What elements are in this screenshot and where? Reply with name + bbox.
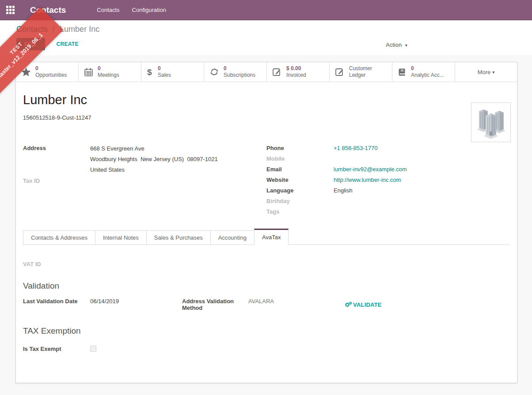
apps-menu-button[interactable] xyxy=(0,0,20,20)
content-area: 0 Opportunities xyxy=(0,55,532,395)
stat-button-opportunities[interactable]: 0 Opportunities xyxy=(16,62,79,82)
dollar-icon: $ xyxy=(147,68,153,77)
stat-value: 0 xyxy=(158,65,171,72)
field-value-address-validation-method: AVALARA xyxy=(248,297,274,311)
form-sheet: 0 Opportunities xyxy=(15,62,517,383)
field-label-address-validation-method: Address Validation Method xyxy=(182,297,248,311)
address-line-3: United States xyxy=(90,166,218,177)
calendar-icon xyxy=(84,68,93,76)
validation-section-title: Validation xyxy=(23,281,510,291)
phone-link[interactable]: +1 856-853-1770 xyxy=(334,145,377,151)
stat-value: 0 xyxy=(224,65,255,72)
field-label-vat-id: VAT ID xyxy=(23,260,90,267)
nav-menu-contacts[interactable]: Contacts xyxy=(91,0,125,20)
control-panel: Contacts / Lumber Inc EDIT CREATE Action… xyxy=(0,20,532,55)
stat-button-sales[interactable]: $ 0 Sales xyxy=(141,62,204,82)
action-menu[interactable]: Action ▾ xyxy=(386,41,407,48)
field-label-email: Email xyxy=(266,165,334,173)
field-last-validation-date: Last Validation Date 06/14/2019 xyxy=(23,297,182,311)
tab-contacts-addresses[interactable]: Contacts & Addresses xyxy=(23,230,95,245)
tab-internal-notes[interactable]: Internal Notes xyxy=(95,230,147,245)
fields-left-column: Address 668 S Evergreen Ave Woodbury Hei… xyxy=(23,144,266,218)
tab-avatax[interactable]: AvaTax xyxy=(254,229,289,245)
chevron-down-icon: ▾ xyxy=(405,43,407,48)
notebook-tabs: Contacts & Addresses Internal Notes Sale… xyxy=(23,230,510,245)
field-value-last-validation-date: 06/14/2019 xyxy=(90,297,119,311)
field-tax-id: Tax ID xyxy=(23,177,266,187)
field-label-is-tax-exempt: Is Tax Exempt xyxy=(23,345,90,352)
stat-label: Invoiced xyxy=(286,72,306,79)
detail-fields: Address 668 S Evergreen Ave Woodbury Hei… xyxy=(23,144,510,218)
field-phone: Phone +1 856-853-1770 xyxy=(266,144,510,154)
tab-sales-purchases[interactable]: Sales & Purchases xyxy=(146,230,211,245)
field-label-birthday: Birthday xyxy=(266,197,334,204)
field-mobile: Mobile xyxy=(266,154,510,165)
breadcrumb: Contacts / Lumber Inc xyxy=(16,25,532,34)
stat-button-customer-ledger[interactable]: Customer Ledger xyxy=(330,62,392,82)
apps-grid-icon xyxy=(6,6,15,14)
edit-note-icon xyxy=(273,68,281,76)
website-link[interactable]: http://www.lumber-inc.com xyxy=(334,177,401,183)
field-language: Language English xyxy=(266,186,510,197)
chevron-down-icon: ▾ xyxy=(492,70,494,75)
stat-label: Sales xyxy=(158,72,171,79)
email-link[interactable]: lumber-inv92@example.com xyxy=(334,166,407,173)
fields-right-column: Phone +1 856-853-1770 Mobile Email lumbe… xyxy=(266,144,510,218)
page: Contacts Contacts Configuration Contacts… xyxy=(0,0,532,395)
field-website: Website http://www.lumber-inc.com xyxy=(266,176,510,186)
stat-value: $ 0.00 xyxy=(286,65,306,72)
field-label-website: Website xyxy=(266,176,334,183)
edit-note-icon xyxy=(335,68,344,76)
field-label-language: Language xyxy=(266,186,334,194)
field-address: Address 668 S Evergreen Ave Woodbury Hei… xyxy=(23,144,266,177)
breadcrumb-separator: / xyxy=(53,25,55,34)
stat-button-subscriptions[interactable]: 0 Subscriptions xyxy=(204,62,267,82)
breadcrumb-current: Lumber Inc xyxy=(60,25,99,34)
buildings-image xyxy=(473,104,509,140)
stat-button-analytic-accounts[interactable]: 0 Analytic Acc... xyxy=(392,62,455,82)
avatax-tab-content: VAT ID Validation Last Validation Date 0… xyxy=(23,245,510,355)
nav-menu-configuration[interactable]: Configuration xyxy=(126,0,172,20)
stat-button-invoiced[interactable]: $ 0.00 Invoiced xyxy=(267,62,330,82)
is-tax-exempt-checkbox[interactable] xyxy=(90,346,96,352)
svg-text:$: $ xyxy=(147,68,152,77)
field-label-mobile: Mobile xyxy=(266,154,334,162)
gears-icon xyxy=(345,301,352,308)
create-button[interactable]: CREATE xyxy=(57,41,79,47)
stat-label: Analytic Acc... xyxy=(411,72,444,79)
field-label-last-validation-date: Last Validation Date xyxy=(23,297,90,311)
field-is-tax-exempt: Is Tax Exempt xyxy=(23,345,510,355)
book-icon xyxy=(398,68,406,76)
field-tags: Tags xyxy=(266,207,510,218)
stat-button-row: 0 Opportunities xyxy=(16,62,517,82)
record-reference: 1560512518-9-Cust-11247 xyxy=(23,114,510,121)
field-label-phone: Phone xyxy=(266,144,334,151)
stat-button-meetings[interactable]: 0 Meetings xyxy=(79,62,141,82)
address-line-2: Woodbury Heights New Jersey (US) 08097-1… xyxy=(90,155,218,166)
validate-button[interactable]: VALIDATE xyxy=(345,298,382,311)
stat-label: Opportunities xyxy=(35,72,67,79)
breadcrumb-contacts-link[interactable]: Contacts xyxy=(16,25,48,34)
validate-button-label: VALIDATE xyxy=(353,301,382,308)
record-title: Lumber Inc xyxy=(23,93,510,107)
star-icon xyxy=(22,68,30,76)
edit-button[interactable]: EDIT xyxy=(16,38,45,50)
stat-value: 0 xyxy=(98,65,119,72)
field-label-tax-id: Tax ID xyxy=(23,177,90,184)
stat-label: Subscriptions xyxy=(224,72,255,79)
more-button-label: More xyxy=(478,69,491,75)
field-birthday: Birthday xyxy=(266,197,510,207)
field-vat-id: VAT ID xyxy=(23,260,510,268)
app-title: Contacts xyxy=(30,5,66,15)
validation-fields: Last Validation Date 06/14/2019 Address … xyxy=(23,297,510,311)
field-value-address: 668 S Evergreen Ave Woodbury Heights New… xyxy=(90,144,218,177)
stat-label: Customer Ledger xyxy=(349,65,390,79)
more-button[interactable]: More ▾ xyxy=(455,62,517,82)
refresh-icon xyxy=(210,68,219,76)
control-panel-buttons: EDIT CREATE xyxy=(16,38,532,50)
top-navbar: Contacts Contacts Configuration xyxy=(0,0,532,20)
address-line-1: 668 S Evergreen Ave xyxy=(90,145,218,155)
tab-accounting[interactable]: Accounting xyxy=(210,230,255,245)
stat-value: 0 xyxy=(411,65,444,72)
field-value-language: English xyxy=(334,186,353,194)
